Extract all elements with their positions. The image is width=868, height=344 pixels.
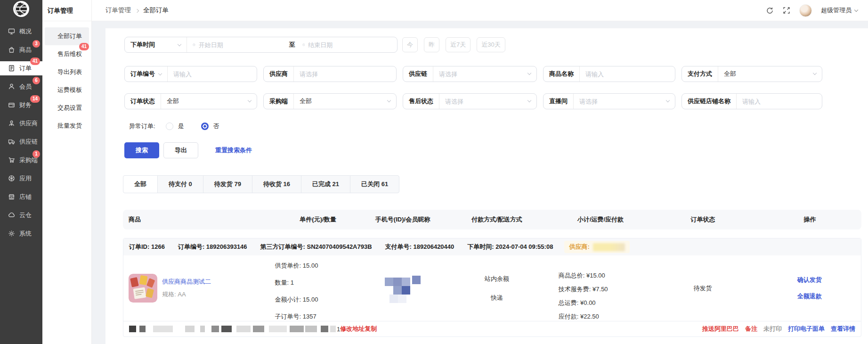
submenu-item-export-list[interactable]: 导出列表 (45, 63, 89, 81)
user-icon (8, 83, 15, 90)
sidebar-item-label: 店铺 (19, 193, 32, 201)
sidebar-item-goods[interactable]: 商品 3 (0, 41, 42, 59)
tab-to-ship[interactable]: 待发货 79 (203, 175, 252, 193)
submenu-item-label: 全部订单 (57, 33, 82, 40)
export-button[interactable]: 导出 (163, 142, 198, 158)
supplier-filter[interactable]: 供应商 (263, 66, 397, 82)
reset-filters-link[interactable]: 重置搜索条件 (215, 146, 252, 155)
order-status-value: 全部 (167, 97, 179, 106)
order-no-input[interactable] (173, 71, 251, 78)
tab-closed[interactable]: 已关闭 61 (350, 175, 399, 193)
after-sales-status-filter[interactable]: 售后状态 (403, 93, 537, 109)
supply-chain-filter[interactable]: 供应链 (403, 66, 537, 82)
abnormal-yes-radio[interactable] (166, 123, 173, 130)
sidebar-item-apps[interactable]: 应用 (0, 169, 42, 188)
breadcrumb-current: 全部订单 (143, 6, 169, 15)
pay-method-filter[interactable]: 支付方式 全部 (681, 66, 822, 82)
sidebar-item-purchase[interactable]: 采购端 1 (0, 151, 42, 169)
view-detail-link[interactable]: 查看详情 (831, 325, 855, 333)
sidebar-item-shop[interactable]: 店铺 (0, 188, 42, 206)
filter-label: 商品名称 (549, 70, 574, 78)
print-e-waybill-link[interactable]: 打印电子面单 (788, 325, 825, 333)
sidebar-item-system[interactable]: 系统 (0, 224, 42, 243)
order-time-range-filter: 下单时间 至 (124, 37, 397, 53)
app-logo (13, 0, 30, 17)
submenu-item-freight-template[interactable]: 运费模板 (45, 81, 89, 99)
delivery-method: 快递 (491, 294, 503, 302)
submenu-item-batch-ship[interactable]: 批量发货 (45, 117, 89, 135)
user-avatar[interactable] (799, 4, 812, 17)
live-room-filter[interactable]: 直播间 (543, 93, 675, 109)
submenu-item-after-sales[interactable]: 售后维权 41 (45, 45, 89, 63)
search-button[interactable]: 搜索 (124, 142, 159, 158)
order-no-type-select[interactable]: 订单编号 (125, 66, 168, 82)
user-name: 超级管理员 (821, 6, 852, 15)
sidebar-item-finance[interactable]: 财务 14 (0, 96, 42, 114)
amounts-cell: 商品总价: ¥15.00 技术服务费: ¥7.50 总运费: ¥0.00 应付款… (553, 255, 648, 321)
goods-name-filter[interactable]: 商品名称 (543, 66, 675, 82)
members-badge: 6 (32, 77, 40, 84)
supply-chain-select[interactable] (439, 71, 523, 78)
sidebar-item-overview[interactable]: 概况 (0, 22, 42, 41)
supply-chain-shop-input[interactable] (742, 98, 816, 105)
quick-today-button[interactable]: 今 (402, 37, 418, 52)
start-date-input[interactable] (199, 41, 282, 49)
copy-link[interactable]: 复制 (365, 325, 377, 333)
chevron-down-icon (854, 8, 858, 11)
clock-icon (302, 41, 305, 48)
sidebar-item-orders[interactable]: 订单 41 (0, 61, 42, 75)
end-date-input[interactable] (308, 41, 391, 49)
abnormal-order-filter: 异常订单: 是 否 (129, 122, 861, 131)
third-party-order-no: 第三方订单编号: SN24070409542A793B (260, 243, 372, 251)
sidebar-item-label: 商品 (19, 46, 32, 54)
quick-30days-button[interactable]: 近30天 (477, 37, 505, 52)
full-refund-link[interactable]: 全额退款 (797, 292, 822, 301)
tab-completed[interactable]: 已完成 21 (301, 175, 350, 193)
product-image[interactable] (129, 274, 157, 303)
pay-method: 站内余额 (485, 275, 509, 283)
purchase-side-value: 全部 (300, 97, 312, 106)
live-room-select[interactable] (579, 98, 662, 105)
push-alibaba-link[interactable]: 推送阿里巴巴 (702, 325, 739, 333)
sidebar-item-cloud-warehouse[interactable]: 云仓 (0, 206, 42, 224)
abnormal-no-label: 否 (213, 122, 219, 131)
confirm-ship-link[interactable]: 确认发货 (797, 276, 822, 284)
amount-payable: 应付款: ¥22.50 (559, 310, 648, 323)
goods-badge: 3 (32, 40, 40, 48)
quick-7days-button[interactable]: 近7天 (446, 37, 471, 52)
order-meta-bar: 订单ID: 1266 订单编号: 189206393146 第三方订单编号: S… (123, 238, 861, 255)
tab-shipped[interactable]: 待收货 16 (252, 175, 301, 193)
fullscreen-icon[interactable] (783, 7, 790, 14)
tab-all[interactable]: 全部 (123, 175, 158, 193)
product-name-link[interactable]: 供应商商品测试二 (162, 278, 211, 286)
goods-name-input[interactable] (585, 71, 669, 78)
refresh-icon[interactable] (766, 7, 774, 15)
order-time: 下单时间: 2024-07-04 09:55:08 (467, 243, 553, 251)
supply-chain-shop-filter[interactable]: 供应链店铺名称 (681, 93, 822, 109)
user-menu[interactable]: 超级管理员 (821, 6, 858, 15)
abnormal-no-radio[interactable] (201, 123, 209, 130)
tab-unpaid[interactable]: 待支付 0 (157, 175, 203, 193)
purchase-side-filter[interactable]: 采购端 全部 (263, 93, 397, 109)
main-sidebar: 概况 商品 3 订单 41 会员 6 财务 14 供应商 供应链 采购端 1 应… (0, 0, 42, 344)
after-sales-status-select[interactable] (445, 98, 523, 105)
order-status-filter[interactable]: 订单状态 全部 (124, 93, 257, 109)
wallet-icon (8, 101, 15, 108)
breadcrumb: 订单管理 全部订单 (105, 6, 169, 15)
wheel-icon (8, 175, 15, 182)
time-type-select[interactable]: 下单时间 (125, 37, 187, 52)
filter-label: 订单状态 (130, 97, 155, 106)
supplier-select[interactable] (300, 71, 390, 78)
sidebar-item-supply-chain[interactable]: 供应链 (0, 132, 42, 151)
sub-order-no: 子订单号: 1357 (275, 308, 365, 325)
order-no-filter[interactable]: 订单编号 (124, 66, 257, 82)
payment-no: 支付单号: 189206420440 (385, 243, 454, 251)
edit-address-link[interactable]: 修改地址 (340, 325, 365, 333)
quick-yesterday-button[interactable]: 昨 (424, 37, 439, 52)
sidebar-item-supplier[interactable]: 供应商 (0, 114, 42, 132)
cart-icon (8, 156, 15, 164)
remark-link[interactable]: 备注 (745, 325, 757, 333)
filter-label: 订单编号 (130, 70, 155, 78)
sidebar-item-members[interactable]: 会员 6 (0, 77, 42, 96)
submenu-item-trade-settings[interactable]: 交易设置 (45, 99, 89, 117)
